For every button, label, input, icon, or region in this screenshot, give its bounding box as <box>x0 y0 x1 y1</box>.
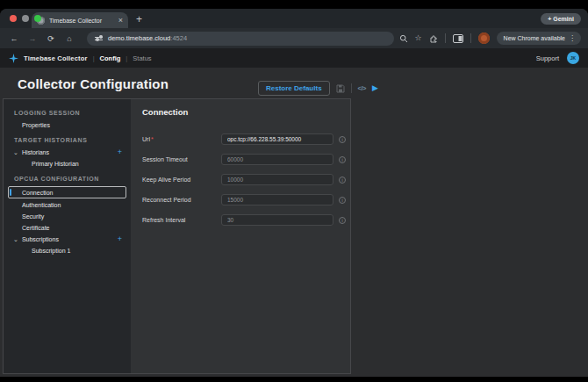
support-link[interactable]: Support <box>536 54 559 62</box>
sidebar-item-security[interactable]: Security <box>4 211 131 222</box>
site-settings-icon[interactable] <box>95 35 103 42</box>
tab-search-panel-icon[interactable] <box>453 34 463 43</box>
user-avatar[interactable]: JK <box>567 52 579 64</box>
tab-title: Timebase Collector <box>49 18 114 24</box>
reconnect-period-input[interactable] <box>221 194 333 205</box>
page: Collector Configuration Restore Defaults… <box>0 68 588 377</box>
sidebar-item-label: Certificate <box>22 225 50 231</box>
timebase-logo-icon <box>9 54 18 63</box>
home-icon[interactable]: ⌂ <box>62 34 76 43</box>
new-chrome-button[interactable]: New Chrome available ⋮ <box>497 32 581 45</box>
sidebar-item-connection[interactable]: Connection <box>8 186 126 198</box>
info-icon[interactable]: i <box>339 136 346 143</box>
toolbar-divider <box>470 33 471 43</box>
chevron-down-icon[interactable]: ⌄ <box>13 238 18 241</box>
info-icon[interactable]: i <box>339 177 346 184</box>
sidebar-item-primary-historian[interactable]: Primary Historian <box>4 158 131 169</box>
section-header-target-historians: TARGET HISTORIANS <box>4 131 131 147</box>
sidebar-item-subscriptions[interactable]: ⌄Subscriptions+ <box>4 234 131 245</box>
browser-profile-avatar[interactable] <box>478 32 490 44</box>
info-icon[interactable]: i <box>339 156 346 163</box>
address-bar[interactable]: demo.timebase.cloud:4524 <box>87 32 394 46</box>
section-header-logging-session: LOGGING SESSION <box>4 104 131 119</box>
form-title: Connection <box>142 107 346 117</box>
menu-dots-icon[interactable]: ⋮ <box>569 34 576 42</box>
minimize-window-button[interactable] <box>22 15 29 22</box>
browser-window: Timebase Collector × + + Gemini ← → ⟳ ⌂ … <box>0 9 588 377</box>
field-label: Url* <box>142 136 221 142</box>
sidebar-item-label: Connection <box>22 190 53 196</box>
run-collector-icon[interactable]: ▶ <box>372 84 378 92</box>
field-row-url: Url*i <box>142 129 346 149</box>
gemini-button[interactable]: + Gemini <box>541 13 581 25</box>
extensions-icon[interactable] <box>429 34 438 43</box>
new-chrome-label: New Chrome available <box>504 35 565 41</box>
app-brand: Timebase Collector <box>24 54 88 62</box>
close-window-button[interactable] <box>10 15 17 22</box>
page-actions: Restore Defaults </> ▶ <box>258 81 378 96</box>
field-row-refresh-interval: Refresh Intervali <box>142 210 346 230</box>
sidebar-item-authentication[interactable]: Authentication <box>4 199 131 211</box>
zoom-window-button[interactable] <box>34 15 41 22</box>
chevron-down-icon[interactable]: ⌄ <box>13 151 18 155</box>
sidebar-item-label: Subscription 1 <box>32 248 70 254</box>
sidebar-item-properties[interactable]: Properties <box>4 119 131 131</box>
add-subscriptions-button[interactable]: + <box>118 235 122 243</box>
sidebar-item-subscription-1[interactable]: Subscription 1 <box>4 245 131 256</box>
sidebar-item-certificate[interactable]: Certificate <box>4 222 131 234</box>
forward-icon[interactable]: → <box>25 34 39 43</box>
add-historians-button[interactable]: + <box>118 148 122 156</box>
browser-toolbar: ← → ⟳ ⌂ demo.timebase.cloud:4524 ☆ New C… <box>0 28 588 48</box>
section-header-opcua-configuration: OPCUA CONFIGURATION <box>4 169 131 185</box>
field-label: Keep Alive Period <box>142 177 221 183</box>
sidebar-item-historians[interactable]: ⌄Historians+ <box>4 147 131 158</box>
info-icon[interactable]: i <box>339 217 346 224</box>
toolbar-divider <box>445 33 446 43</box>
code-view-icon[interactable]: </> <box>358 84 366 92</box>
browser-tab[interactable]: Timebase Collector × <box>32 12 128 28</box>
search-icon[interactable] <box>399 34 408 43</box>
header-divider: | <box>125 54 127 62</box>
tab-close-icon[interactable]: × <box>118 17 123 25</box>
sidebar-item-label: Security <box>22 213 44 220</box>
header-divider: | <box>93 54 95 62</box>
actions-divider <box>351 83 352 93</box>
config-panel: LOGGING SESSIONPropertiesTARGET HISTORIA… <box>3 98 351 374</box>
field-row-keep-alive-period: Keep Alive Periodi <box>142 169 346 190</box>
keep-alive-period-input[interactable] <box>221 174 333 185</box>
field-label: Refresh Interval <box>142 217 221 223</box>
sidebar-item-label: Authentication <box>22 202 61 208</box>
url-host: demo.timebase.cloud <box>108 34 170 42</box>
config-sidebar: LOGGING SESSIONPropertiesTARGET HISTORIA… <box>4 99 131 373</box>
tab-status[interactable]: Status <box>133 54 151 62</box>
form-area: Connection Url*iSession TimeoutiKeep Ali… <box>131 99 357 373</box>
tab-strip: Timebase Collector × + + Gemini <box>0 9 588 28</box>
field-row-session-timeout: Session Timeouti <box>142 149 346 169</box>
sidebar-item-label: Primary Historian <box>32 161 79 167</box>
info-icon[interactable]: i <box>339 197 346 204</box>
field-label: Session Timeout <box>142 156 221 162</box>
save-icon[interactable] <box>336 84 345 93</box>
toolbar-right: ☆ New Chrome available ⋮ <box>399 32 582 45</box>
reload-icon[interactable]: ⟳ <box>44 34 58 43</box>
field-label: Reconnect Period <box>142 197 221 203</box>
field-row-reconnect-period: Reconnect Periodi <box>142 190 346 210</box>
url-port: :4524 <box>170 34 187 42</box>
sidebar-item-label: Properties <box>22 122 50 128</box>
new-tab-button[interactable]: + <box>136 13 142 25</box>
tab-config[interactable]: Config <box>100 54 121 62</box>
refresh-interval-input[interactable] <box>221 214 333 226</box>
session-timeout-input[interactable] <box>221 154 333 165</box>
bookmark-star-icon[interactable]: ☆ <box>415 34 422 42</box>
url-input[interactable] <box>221 133 333 145</box>
app-header: Timebase Collector | Config | Status Sup… <box>0 48 588 68</box>
sidebar-item-label: Historians <box>22 149 49 155</box>
fields-container: Url*iSession TimeoutiKeep Alive PeriodiR… <box>142 129 346 230</box>
required-asterisk: * <box>151 136 154 142</box>
sidebar-item-label: Subscriptions <box>22 236 59 242</box>
window-controls <box>10 15 41 22</box>
restore-defaults-button[interactable]: Restore Defaults <box>258 81 330 96</box>
page-title: Collector Configuration <box>18 76 169 91</box>
back-icon[interactable]: ← <box>7 34 21 43</box>
